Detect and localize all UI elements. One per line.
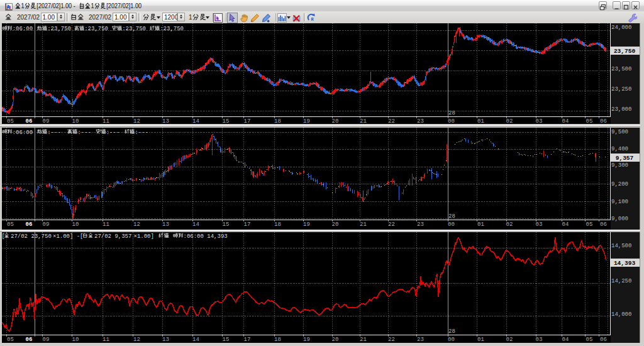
svg-text:12: 12 (133, 337, 140, 343)
svg-text:9,500: 9,500 (611, 129, 628, 135)
svg-text::06:00 14,393: :06:00 14,393 (184, 233, 228, 240)
svg-text:12: 12 (133, 118, 140, 125)
svg-text:13: 13 (162, 221, 169, 228)
svg-text:02: 02 (506, 337, 513, 343)
svg-text:23,250: 23,250 (611, 86, 631, 92)
svg-text:12: 12 (133, 221, 140, 228)
svg-text:15: 15 (223, 221, 230, 228)
svg-text:22: 22 (388, 221, 395, 228)
svg-text:13: 13 (162, 118, 169, 125)
svg-text:06: 06 (600, 118, 607, 125)
svg-text:27/02 23,750: 27/02 23,750 (11, 233, 52, 240)
svg-text:21: 21 (360, 221, 367, 228)
svg-text:23: 23 (417, 337, 424, 343)
svg-text:19: 19 (303, 337, 310, 343)
svg-text:02: 02 (506, 221, 513, 228)
svg-text:00: 00 (448, 337, 455, 343)
svg-text:11: 11 (103, 118, 109, 125)
svg-text:15: 15 (223, 337, 230, 343)
svg-text:23,750: 23,750 (614, 48, 636, 55)
svg-text:06: 06 (600, 221, 607, 228)
svg-text:28: 28 (448, 110, 455, 116)
svg-text:23,500: 23,500 (611, 66, 631, 72)
svg-text:28: 28 (448, 328, 455, 335)
svg-text:10: 10 (72, 337, 79, 343)
svg-text:9,300: 9,300 (611, 162, 628, 169)
svg-text:9,000: 9,000 (611, 216, 628, 222)
svg-text:15: 15 (223, 118, 230, 125)
svg-text:19: 19 (303, 221, 310, 228)
svg-text:05: 05 (7, 337, 14, 343)
svg-text:14,000: 14,000 (611, 311, 631, 318)
svg-text:19: 19 (303, 118, 310, 125)
svg-text:09: 09 (43, 337, 50, 343)
svg-text:02: 02 (506, 118, 513, 125)
svg-text:21: 21 (360, 337, 367, 343)
svg-text:20: 20 (332, 221, 339, 228)
svg-text:23: 23 (417, 118, 424, 125)
svg-text:09: 09 (43, 221, 50, 228)
svg-text:13: 13 (162, 337, 169, 343)
svg-text::06:00: :06:00 (13, 26, 33, 32)
svg-text:21: 21 (360, 118, 367, 125)
svg-text:01: 01 (477, 221, 484, 228)
svg-text:17: 17 (244, 118, 251, 125)
svg-text:06: 06 (26, 221, 33, 228)
svg-text:18: 18 (274, 118, 281, 125)
svg-text::---: :--- (106, 130, 120, 136)
svg-text:23,000: 23,000 (611, 106, 631, 113)
svg-text:14: 14 (192, 221, 199, 228)
svg-text:00: 00 (448, 221, 455, 228)
svg-text::---: :--- (47, 130, 61, 136)
svg-text:9,200: 9,200 (611, 181, 628, 187)
svg-text:14,500: 14,500 (611, 243, 631, 249)
svg-text:10: 10 (72, 118, 79, 125)
svg-text:00: 00 (448, 118, 455, 125)
svg-text:04: 04 (562, 221, 569, 228)
svg-text:06: 06 (26, 118, 33, 125)
svg-text:03: 03 (536, 337, 543, 343)
svg-text:18: 18 (274, 337, 281, 343)
svg-text:27/02 9,357: 27/02 9,357 (94, 233, 131, 240)
svg-text:06: 06 (26, 337, 33, 343)
svg-text:14,393: 14,393 (614, 260, 636, 267)
svg-text:20: 20 (332, 118, 339, 125)
svg-text::23,750: :23,750 (84, 26, 108, 32)
svg-text:22: 22 (388, 337, 395, 343)
svg-text:20: 20 (332, 337, 339, 343)
svg-text:[: [ (80, 233, 83, 240)
svg-text:09: 09 (43, 118, 50, 125)
svg-text:04: 04 (562, 337, 569, 343)
svg-text:06: 06 (600, 337, 607, 343)
svg-text:[: [ (2, 233, 5, 240)
svg-text:9,357: 9,357 (616, 155, 634, 162)
svg-text:04: 04 (562, 118, 569, 125)
svg-text:9,100: 9,100 (611, 199, 628, 205)
svg-text:03: 03 (536, 118, 543, 125)
svg-text:14: 14 (192, 118, 199, 125)
svg-text::23,750: :23,750 (122, 26, 146, 32)
svg-text:23: 23 (417, 221, 424, 228)
svg-text::---: :--- (77, 130, 91, 136)
svg-text:17: 17 (244, 221, 251, 228)
svg-text:05: 05 (7, 118, 14, 125)
svg-text:14,250: 14,250 (611, 278, 631, 284)
svg-text:11: 11 (103, 337, 109, 343)
svg-text:18: 18 (274, 221, 281, 228)
svg-text:10: 10 (72, 221, 79, 228)
svg-text:28: 28 (448, 213, 455, 220)
svg-text::06:00: :06:00 (13, 130, 33, 136)
svg-text:03: 03 (536, 221, 543, 228)
svg-text::23,750: :23,750 (47, 26, 71, 32)
svg-text:11: 11 (103, 221, 109, 228)
svg-text:05: 05 (586, 221, 593, 228)
svg-text:01: 01 (477, 118, 484, 125)
svg-text:14: 14 (192, 337, 199, 343)
svg-text:05: 05 (586, 337, 593, 343)
svg-text:05: 05 (586, 118, 593, 125)
svg-text::23,750: :23,750 (160, 26, 184, 32)
svg-text:24,000: 24,000 (611, 25, 631, 31)
svg-text:17: 17 (244, 337, 251, 343)
svg-text::---: :--- (135, 130, 148, 136)
svg-text:22: 22 (388, 118, 395, 125)
